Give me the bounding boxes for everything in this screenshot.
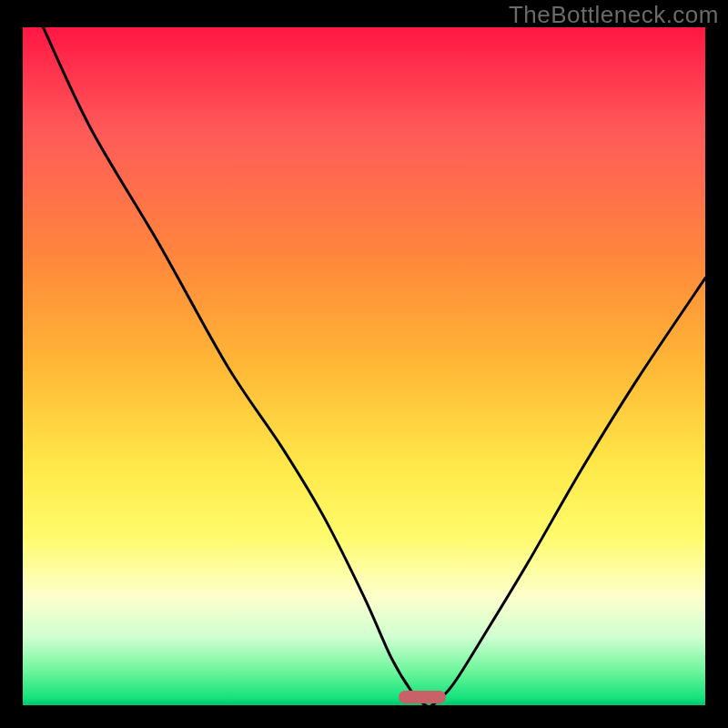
bottleneck-curve [23, 27, 705, 705]
watermark-text: TheBottleneck.com [509, 1, 719, 29]
chart-frame: TheBottleneck.com [0, 0, 728, 728]
plot-area [23, 27, 705, 705]
optimal-range-marker [399, 691, 447, 703]
